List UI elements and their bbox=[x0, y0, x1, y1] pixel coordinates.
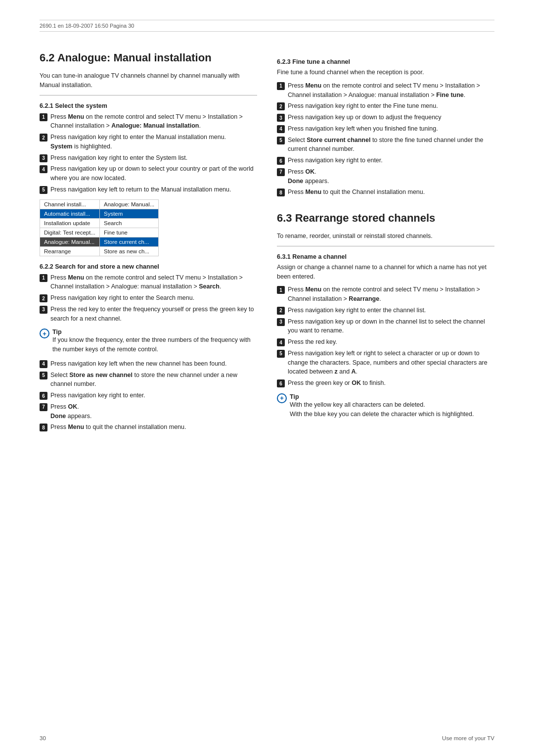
page: 2690.1 en 18-09-2007 16:50 Pagina 30 6.2… bbox=[0, 0, 534, 756]
step-num: 5 bbox=[277, 137, 285, 144]
step-631-3: 3 Press navigation key up or down in the… bbox=[277, 317, 494, 336]
step-623-8: 8 Press Menu to quit the Channel install… bbox=[277, 188, 494, 197]
step-623-5: 5 Select Store current channel to store … bbox=[277, 136, 494, 154]
right-column: 6.2.3 Fine tune a channel Fine tune a fo… bbox=[277, 51, 494, 437]
menu-col2-header: Analogue: Manual... bbox=[99, 199, 158, 209]
step-text: Press navigation key right to enter the … bbox=[50, 293, 257, 303]
menu-row-4-col1: Analogue: Manual... bbox=[40, 237, 100, 246]
tip-icon: + bbox=[40, 329, 49, 338]
footer-bar: 30 Use more of your TV bbox=[40, 735, 494, 741]
step-622-5: 5 Select Store as new channel to store t… bbox=[40, 371, 257, 389]
step-text: Press Menu on the remote control and sel… bbox=[50, 112, 257, 131]
tip-icon-631: + bbox=[277, 393, 287, 403]
step-text: Select Store current channel to store th… bbox=[288, 136, 494, 154]
section-631-title: 6.3.1 Rename a channel bbox=[277, 253, 494, 260]
tip-content-631: Tip With the yellow key all characters c… bbox=[290, 393, 474, 419]
step-text: Press the red key to enter the frequency… bbox=[50, 305, 257, 324]
divider-621 bbox=[40, 95, 257, 95]
section-623-intro: Fine tune a found channel when the recep… bbox=[277, 68, 494, 77]
step-622-7: 7 Press OK.Done appears. bbox=[40, 402, 257, 421]
step-num: 1 bbox=[40, 113, 47, 121]
footer-page-number: 30 bbox=[40, 735, 46, 741]
steps-622a: 1 Press Menu on the remote control and s… bbox=[40, 273, 257, 324]
menu-row-3-col1: Digital: Test recept... bbox=[40, 228, 100, 237]
tip-content-622: Tip If you know the frequency, enter the… bbox=[52, 328, 257, 354]
tip-text-631-2: With the blue key you can delete the cha… bbox=[290, 411, 474, 418]
step-num: 7 bbox=[40, 403, 47, 411]
menu-row-4-col2: Store current ch... bbox=[99, 237, 158, 246]
step-num: 3 bbox=[40, 154, 47, 162]
step-num: 1 bbox=[277, 82, 285, 90]
step-622-2: 2 Press navigation key right to enter th… bbox=[40, 293, 257, 303]
step-num: 3 bbox=[277, 318, 285, 326]
step-631-4: 4 Press the red key. bbox=[277, 337, 494, 347]
step-text: Press navigation key left when the new c… bbox=[50, 359, 257, 369]
step-text: Press Menu on the remote control and sel… bbox=[50, 273, 257, 292]
step-text: Press navigation key right to enter. bbox=[50, 391, 257, 400]
menu-row-3: Digital: Test recept... Fine tune bbox=[40, 228, 159, 237]
step-622-1: 1 Press Menu on the remote control and s… bbox=[40, 273, 257, 292]
divider-631 bbox=[277, 246, 494, 246]
section-621-title: 6.2.1 Select the system bbox=[40, 102, 257, 109]
step-622-8: 8 Press Menu to quit the channel install… bbox=[40, 423, 257, 432]
section-631-intro: Assign or change a channel name to a cha… bbox=[277, 263, 494, 282]
left-column: 6.2 Analogue: Manual installation You ca… bbox=[40, 51, 257, 437]
step-631-5: 5 Press navigation key left or right to … bbox=[277, 349, 494, 377]
section-63-title: 6.3 Rearrange stored channels bbox=[277, 212, 494, 225]
step-text: Press navigation key up or down to adjus… bbox=[288, 113, 494, 122]
tip-631: + Tip With the yellow key all characters… bbox=[277, 393, 494, 419]
step-622-3: 3 Press the red key to enter the frequen… bbox=[40, 305, 257, 324]
menu-col1-header: Channel install... bbox=[40, 199, 100, 209]
menu-row-4: Analogue: Manual... Store current ch... bbox=[40, 237, 159, 246]
step-text: Press navigation key up or down in the c… bbox=[288, 317, 494, 336]
step-num: 3 bbox=[277, 114, 285, 122]
step-text: Press navigation key left when you finis… bbox=[288, 124, 494, 134]
section-63-intro: To rename, reorder, uninstall or reinsta… bbox=[277, 232, 494, 241]
step-631-1: 1 Press Menu on the remote control and s… bbox=[277, 285, 494, 304]
header-text: 2690.1 en 18-09-2007 16:50 Pagina 30 bbox=[40, 23, 134, 29]
step-num: 1 bbox=[40, 274, 47, 282]
step-text: Press the red key. bbox=[288, 337, 494, 347]
menu-row-2-col1: Installation update bbox=[40, 218, 100, 228]
step-num: 5 bbox=[40, 186, 47, 194]
section-623-title: 6.2.3 Fine tune a channel bbox=[277, 58, 494, 65]
step-text: Press navigation key right to enter the … bbox=[50, 153, 257, 163]
step-num: 6 bbox=[277, 379, 285, 387]
step-631-2: 2 Press navigation key right to enter th… bbox=[277, 306, 494, 315]
step-num: 8 bbox=[277, 189, 285, 196]
step-622-6: 6 Press navigation key right to enter. bbox=[40, 391, 257, 400]
step-num: 2 bbox=[277, 102, 285, 110]
main-content: 6.2 Analogue: Manual installation You ca… bbox=[40, 51, 494, 437]
step-num: 2 bbox=[277, 307, 285, 315]
step-num: 8 bbox=[40, 424, 47, 431]
step-text: Press Menu on the remote control and sel… bbox=[288, 285, 494, 304]
tip-label: Tip bbox=[52, 329, 62, 335]
step-num: 4 bbox=[277, 338, 285, 346]
steps-623: 1 Press Menu on the remote control and s… bbox=[277, 81, 494, 197]
step-622-4: 4 Press navigation key left when the new… bbox=[40, 359, 257, 369]
step-num: 4 bbox=[40, 360, 47, 368]
footer-chapter-title: Use more of your TV bbox=[442, 735, 494, 741]
step-text: Press navigation key right to enter the … bbox=[288, 101, 494, 111]
section-62-intro: You can tune-in analogue TV channels cha… bbox=[40, 71, 257, 90]
step-text: Press OK.Done appears. bbox=[50, 402, 257, 421]
menu-row-3-col2: Fine tune bbox=[99, 228, 158, 237]
menu-row-2-col2: Search bbox=[99, 218, 158, 228]
section-622-title: 6.2.2 Search for and store a new channel bbox=[40, 263, 257, 270]
step-num: 4 bbox=[277, 125, 285, 133]
step-num: 3 bbox=[40, 306, 47, 314]
step-num: 5 bbox=[277, 350, 285, 358]
step-623-6: 6 Press navigation key right to enter. bbox=[277, 156, 494, 165]
tip-text-631-1: With the yellow key all characters can b… bbox=[290, 401, 425, 408]
step-623-3: 3 Press navigation key up or down to adj… bbox=[277, 113, 494, 122]
section-62-title: 6.2 Analogue: Manual installation bbox=[40, 51, 257, 64]
step-num: 7 bbox=[277, 168, 285, 176]
menu-row-5-col1: Rearrange bbox=[40, 246, 100, 256]
step-621-2: 2 Press navigation key right to enter th… bbox=[40, 133, 257, 151]
menu-row-1-col2: System bbox=[99, 209, 158, 218]
step-text: Press navigation key right to enter the … bbox=[288, 306, 494, 315]
step-text: Press navigation key right to enter the … bbox=[50, 133, 257, 151]
step-text: Press Menu on the remote control and sel… bbox=[288, 81, 494, 100]
step-621-4: 4 Press navigation key up or down to sel… bbox=[40, 164, 257, 183]
step-num: 6 bbox=[40, 392, 47, 400]
